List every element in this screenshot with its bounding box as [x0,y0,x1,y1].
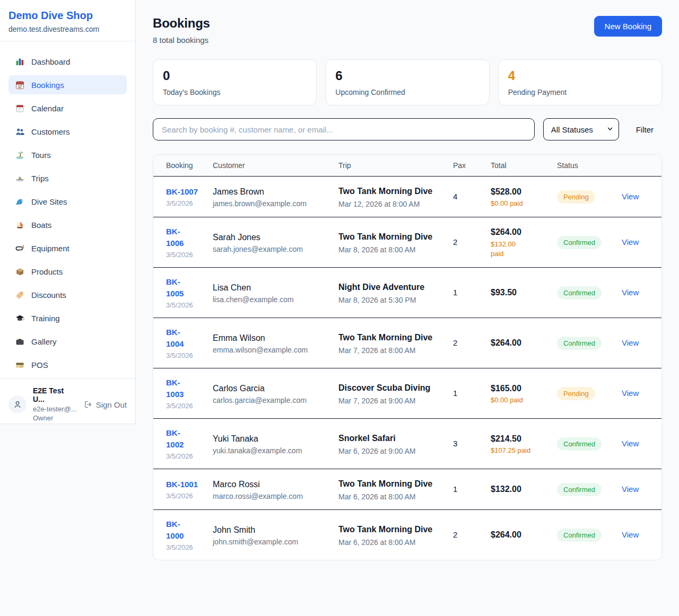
customer-name: John Smith [213,524,330,536]
sailboat-icon [15,221,24,230]
sidebar-item-dive-sites[interactable]: Dive Sites [8,192,127,211]
sidebar-item-training[interactable]: Training [8,309,127,328]
pax-count: 1 [453,485,457,494]
dive-mask-icon [15,244,24,253]
sidebar-item-dashboard[interactable]: Dashboard [8,52,127,71]
sign-out-button[interactable]: Sign Out [84,400,127,409]
tag-icon [15,291,24,300]
booking-id-link[interactable]: BK-1006 [166,226,191,249]
sidebar-item-bookings[interactable]: Bookings [8,75,127,94]
filter-bar: All Statuses Filter [153,118,662,140]
status-select[interactable]: All Statuses [543,118,619,140]
user-role: Owner [33,413,77,423]
sidebar-item-equipment[interactable]: Equipment [8,239,127,258]
sidebar-item-pos[interactable]: POS [8,355,127,374]
view-link[interactable]: View [622,192,639,201]
island-icon [15,151,24,160]
pax-count: 1 [453,288,457,297]
trip-datetime: Mar 6, 2026 at 9:00 AM [338,447,445,455]
stat-card: 6 Upcoming Confirmed [325,59,489,105]
people-icon [15,127,24,136]
booking-id-link[interactable]: BK-1002 [166,427,191,451]
user-email: e2e-tester@... [33,404,77,413]
trip-name: Two Tank Morning Dive [338,478,434,490]
status-badge: Confirmed [557,286,602,300]
table-row: BK-1004 3/5/2026 Emma Wilson emma.wilson… [153,318,661,368]
booking-date: 3/5/2026 [166,492,204,500]
booking-date: 3/5/2026 [166,301,204,309]
customer-email: john.smith@example.com [213,538,330,546]
new-booking-button[interactable]: New Booking [594,16,662,37]
booking-date: 3/5/2026 [166,452,204,460]
booking-date: 3/5/2026 [166,251,204,259]
col-total: Total [491,155,557,177]
trip-datetime: Mar 6, 2026 at 8:00 AM [338,492,445,501]
view-link[interactable]: View [622,237,639,247]
sidebar-item-products[interactable]: Products [8,262,127,281]
booking-id-link[interactable]: BK-1003 [166,377,191,400]
stat-label: Pending Payment [508,88,652,96]
booking-date: 3/5/2026 [166,199,204,207]
search-input[interactable] [153,118,535,140]
bookings-table-card: Booking Customer Trip Pax Total Status B… [153,154,662,560]
booking-id-link[interactable]: BK-1000 [166,518,191,542]
sidebar-item-customers[interactable]: Customers [8,122,127,141]
user-name: E2E Test U... [33,386,77,403]
sidebar-item-label: Tours [31,151,51,160]
sidebar-item-discounts[interactable]: Discounts [8,285,127,304]
sidebar-item-label: Bookings [31,81,64,90]
sidebar-item-label: Equipment [31,244,69,253]
table-row: BK-1005 3/5/2026 Lisa Chen lisa.chen@exa… [153,268,661,318]
booking-id-link[interactable]: BK-1007 [166,186,204,198]
view-link[interactable]: View [622,389,639,398]
sidebar-item-label: Dive Sites [31,197,67,206]
view-link[interactable]: View [622,338,639,347]
total-amount: $528.00 [491,186,549,198]
status-badge: Confirmed [557,437,602,451]
sidebar-item-trips[interactable]: Trips [8,169,127,188]
customer-name: Marco Rossi [213,478,330,490]
view-link[interactable]: View [622,439,639,448]
status-badge: Pending [557,387,595,400]
booking-id-link[interactable]: BK-1004 [166,327,191,350]
stat-value: 4 [508,68,652,83]
customer-email: carlos.garcia@example.com [213,396,330,404]
view-link[interactable]: View [622,288,639,297]
pax-count: 4 [453,192,457,201]
sidebar-item-gallery[interactable]: Gallery [8,332,127,351]
view-link[interactable]: View [622,530,639,539]
booking-id-link[interactable]: BK-1005 [166,276,191,300]
trip-name: Two Tank Morning Dive [338,185,434,198]
col-customer: Customer [213,155,338,177]
view-link[interactable]: View [622,485,639,494]
stat-label: Upcoming Confirmed [335,88,479,96]
customer-email: emma.wilson@example.com [213,346,330,354]
paid-amount: $107.25 paid [491,446,549,454]
sign-out-label: Sign Out [96,400,127,409]
pax-count: 2 [453,237,457,247]
status-badge: Confirmed [557,483,602,496]
sidebar-item-label: Gallery [31,337,57,346]
paid-amount: $0.00 paid [491,396,549,404]
total-amount: $165.00 [491,383,549,394]
sidebar-item-tours[interactable]: Tours [8,145,127,164]
filter-button[interactable]: Filter [628,125,662,134]
trip-datetime: Mar 6, 2026 at 8:00 AM [338,538,445,547]
total-amount: $93.50 [491,287,549,298]
sidebar-item-boats[interactable]: Boats [8,215,127,234]
paid-amount: $0.00 paid [491,199,549,207]
trip-name: Two Tank Morning Dive [338,231,434,243]
customer-name: Emma Wilson [213,332,330,344]
stats-cards: 0 Today's Bookings 6 Upcoming Confirmed … [153,59,662,105]
customer-name: Carlos Garcia [213,382,330,394]
trip-name: Discover Scuba Diving [338,382,434,394]
page-header: Bookings 8 total bookings New Booking [153,16,662,45]
sidebar: Demo Dive Shop demo.test.divestreams.com… [0,0,136,424]
trip-name: Two Tank Morning Dive [338,331,434,344]
stat-value: 6 [335,68,479,83]
paid-amount: $132.00 paid [491,240,528,259]
booking-id-link[interactable]: BK-1001 [166,479,204,490]
sidebar-item-label: Discounts [31,291,66,300]
sidebar-item-calendar[interactable]: Calendar [8,99,127,118]
customer-email: lisa.chen@example.com [213,295,330,304]
